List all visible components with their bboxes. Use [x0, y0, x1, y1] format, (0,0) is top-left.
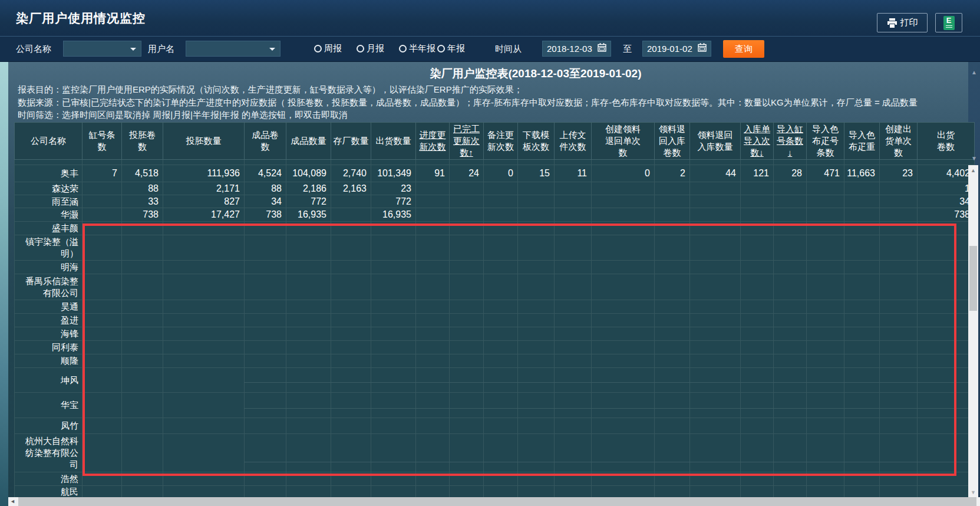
radio-yearly[interactable]: 年报 — [437, 43, 465, 54]
calendar-icon — [598, 43, 606, 54]
data-cell: 1 — [918, 182, 975, 195]
horizontal-scrollbar-thumb[interactable] — [18, 497, 976, 506]
column-header-3[interactable]: 投胚卷数 — [122, 123, 163, 160]
radio-weekly[interactable]: 周报 — [314, 43, 342, 54]
table-header-row: 公司名称缸号条数投胚卷数投胚数量成品卷数成品数量存厂数量出货数量进度更新次数已完… — [15, 123, 975, 160]
data-cell — [555, 160, 592, 165]
radio-monthly[interactable]: 月报 — [357, 43, 384, 54]
column-header-4[interactable]: 投胚数量 — [163, 123, 245, 160]
data-cell — [83, 195, 122, 208]
horizontal-scrollbar[interactable]: ◄ — [8, 497, 980, 506]
data-cell: 2,186 — [286, 182, 331, 195]
data-cell: 2,163 — [331, 182, 371, 195]
data-cell — [371, 486, 416, 498]
data-cell — [518, 160, 555, 165]
data-cell — [690, 208, 741, 222]
column-header-1[interactable]: 公司名称 — [15, 123, 83, 160]
data-cell — [518, 486, 555, 498]
data-cell — [807, 182, 844, 195]
data-cell: 2,740 — [331, 165, 371, 182]
data-cell — [555, 182, 592, 195]
data-cell: 121 — [741, 165, 774, 182]
column-header-11[interactable]: 备注更新次数 — [484, 123, 518, 160]
data-cell — [122, 486, 163, 498]
data-cell — [592, 182, 655, 195]
radio-circle-icon — [399, 45, 407, 52]
radio-halfyear[interactable]: 半年报 — [399, 43, 435, 54]
report-time-note-line: 时间筛选：选择时间区间是取消掉 周报|月报|半年报|年报 的单选按钮，即双击即取… — [18, 109, 966, 121]
data-cell — [416, 182, 450, 195]
company-cell: 海锋 — [15, 327, 83, 341]
vertical-scrollbar-thumb[interactable] — [969, 246, 977, 311]
table-vertical-scrollbar[interactable]: ▲ ▼ — [968, 165, 978, 497]
column-header-6[interactable]: 成品数量 — [286, 123, 331, 160]
radio-circle-icon — [437, 45, 445, 52]
column-header-19[interactable]: 导入色布疋号条数 — [807, 123, 844, 160]
data-cell — [592, 160, 655, 165]
print-button-label: 打印 — [900, 17, 918, 28]
data-cell — [690, 160, 741, 165]
company-cell: 盛丰颜 — [15, 222, 83, 235]
column-header-13[interactable]: 上传文件次数 — [555, 123, 592, 160]
data-cell — [484, 182, 518, 195]
excel-export-button[interactable]: E — [935, 13, 962, 32]
company-cell: 同利泰 — [15, 341, 83, 354]
column-header-10[interactable]: 已完工更新次数↑ — [450, 123, 484, 160]
radio-circle-icon — [357, 45, 364, 52]
scroll-up-arrow-icon[interactable]: ▲ — [971, 167, 976, 173]
data-cell — [592, 486, 655, 498]
data-cell — [807, 195, 844, 208]
scroll-left-arrow-icon[interactable]: ◄ — [10, 498, 15, 504]
column-header-17[interactable]: 入库单导入次数↓ — [741, 123, 774, 160]
data-cell — [450, 160, 484, 165]
data-cell — [484, 160, 518, 165]
date-from-input[interactable]: 2018-12-03 — [542, 41, 611, 57]
column-header-22[interactable]: 出货卷数 — [918, 123, 975, 160]
data-cell — [163, 486, 245, 498]
column-header-2[interactable]: 缸号条数 — [83, 123, 122, 160]
data-cell — [331, 195, 371, 208]
data-cell — [655, 486, 690, 498]
data-cell: 111,936 — [163, 165, 245, 182]
data-cell — [844, 208, 880, 222]
data-cell: 2 — [655, 165, 690, 182]
company-cell: 雨至涵 — [15, 195, 83, 208]
data-cell: 772 — [371, 195, 416, 208]
data-cell — [518, 208, 555, 222]
data-cell — [741, 486, 774, 498]
data-cell: 33 — [122, 195, 163, 208]
print-button[interactable]: 打印 — [877, 13, 928, 32]
query-button[interactable]: 查询 — [723, 40, 764, 58]
column-header-14[interactable]: 创建领料退回单次数 — [592, 123, 655, 160]
company-name-select[interactable] — [63, 41, 141, 57]
data-cell — [83, 182, 122, 195]
column-header-12[interactable]: 下载模板次数 — [518, 123, 555, 160]
page-title: 染厂用户使用情况监控 — [16, 10, 146, 27]
scroll-down-arrow-icon[interactable]: ▼ — [971, 489, 976, 495]
column-header-18[interactable]: 导入缸号条数↓ — [774, 123, 807, 160]
data-cell: 44 — [690, 165, 741, 182]
column-header-7[interactable]: 存厂数量 — [331, 123, 371, 160]
column-header-8[interactable]: 出货数量 — [371, 123, 416, 160]
column-header-5[interactable]: 成品卷数 — [245, 123, 286, 160]
page-scroll-down-arrow-icon[interactable]: ▼ — [971, 156, 977, 162]
data-cell: 16,935 — [286, 208, 331, 222]
data-cell — [690, 486, 741, 498]
column-header-16[interactable]: 领料退回入库数量 — [690, 123, 741, 160]
data-cell — [122, 160, 163, 165]
column-header-21[interactable]: 创建出货单次数 — [880, 123, 918, 160]
column-header-20[interactable]: 导入色布疋重 — [844, 123, 880, 160]
data-cell: 23 — [880, 165, 918, 182]
data-cell — [655, 182, 690, 195]
data-cell — [690, 182, 741, 195]
report-purpose-line: 报表目的：监控染厂用户使用ERP的实际情况（访问次数，生产进度更新，缸号数据录入… — [18, 83, 966, 96]
date-to-input[interactable]: 2019-01-02 — [642, 41, 711, 57]
page-scroll-up-arrow-icon[interactable]: ▲ — [971, 70, 977, 75]
column-header-15[interactable]: 领料退回入库卷数 — [655, 123, 690, 160]
data-cell — [518, 195, 555, 208]
company-cell: 奥丰 — [15, 165, 83, 182]
column-header-9[interactable]: 进度更新次数 — [416, 123, 450, 160]
data-cell: 738 — [918, 208, 975, 222]
data-cell — [880, 195, 918, 208]
username-select[interactable] — [186, 41, 281, 57]
